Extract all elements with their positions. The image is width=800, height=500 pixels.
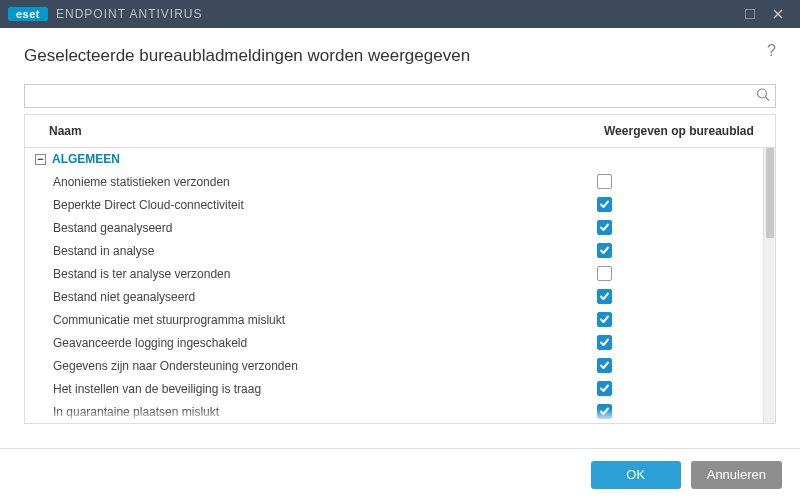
table-row[interactable]: Bestand in analyse <box>25 239 775 262</box>
table-row[interactable]: Bestand geanalyseerd <box>25 216 775 239</box>
group-label: ALGEMEEN <box>52 152 120 166</box>
scrollbar-thumb[interactable] <box>766 148 774 238</box>
show-on-desktop-checkbox[interactable] <box>597 312 612 327</box>
show-on-desktop-checkbox[interactable] <box>597 358 612 373</box>
show-on-desktop-checkbox[interactable] <box>597 381 612 396</box>
table-row[interactable]: Anonieme statistieken verzonden <box>25 170 775 193</box>
dialog-footer: OK Annuleren <box>0 448 800 500</box>
show-on-desktop-checkbox[interactable] <box>597 335 612 350</box>
product-name: ENDPOINT ANTIVIRUS <box>56 7 202 21</box>
svg-point-1 <box>758 89 767 98</box>
search-icon <box>756 88 770 105</box>
close-button[interactable] <box>764 0 792 28</box>
table-body: −ALGEMEENAnonieme statistieken verzonden… <box>25 148 775 423</box>
collapse-icon[interactable]: − <box>35 154 46 165</box>
table-row[interactable]: Gegevens zijn naar Ondersteuning verzond… <box>25 354 775 377</box>
table-row[interactable]: Bestand niet geanalyseerd <box>25 285 775 308</box>
close-icon <box>773 9 783 19</box>
row-name: Beperkte Direct Cloud-connectiviteit <box>53 198 597 212</box>
table-row[interactable]: Geavanceerde logging ingeschakeld <box>25 331 775 354</box>
row-name: Communicatie met stuurprogramma mislukt <box>53 313 597 327</box>
column-header-show[interactable]: Weergeven op bureaublad <box>590 115 775 147</box>
row-name: Bestand is ter analyse verzonden <box>53 267 597 281</box>
row-name: Bestand niet geanalyseerd <box>53 290 597 304</box>
svg-rect-0 <box>745 9 755 19</box>
help-button[interactable]: ? <box>767 42 776 60</box>
show-on-desktop-checkbox[interactable] <box>597 404 612 419</box>
show-on-desktop-checkbox[interactable] <box>597 243 612 258</box>
minimize-button[interactable] <box>736 0 764 28</box>
table-row[interactable]: Beperkte Direct Cloud-connectiviteit <box>25 193 775 216</box>
notifications-table: Naam Weergeven op bureaublad −ALGEMEENAn… <box>24 114 776 424</box>
minimize-icon <box>745 9 755 19</box>
page-title: Geselecteerde bureaubladmeldingen worden… <box>24 46 776 66</box>
show-on-desktop-checkbox[interactable] <box>597 174 612 189</box>
row-name: Gegevens zijn naar Ondersteuning verzond… <box>53 359 597 373</box>
show-on-desktop-checkbox[interactable] <box>597 197 612 212</box>
column-header-name[interactable]: Naam <box>35 115 590 147</box>
row-name: Geavanceerde logging ingeschakeld <box>53 336 597 350</box>
row-name: In quarantaine plaatsen mislukt <box>53 405 597 419</box>
search-input[interactable] <box>24 84 776 108</box>
row-name: Bestand geanalyseerd <box>53 221 597 235</box>
show-on-desktop-checkbox[interactable] <box>597 266 612 281</box>
group-row[interactable]: −ALGEMEEN <box>25 148 775 170</box>
table-row[interactable]: Communicatie met stuurprogramma mislukt <box>25 308 775 331</box>
scrollbar[interactable] <box>763 148 775 423</box>
table-row[interactable]: Het instellen van de beveiliging is traa… <box>25 377 775 400</box>
show-on-desktop-checkbox[interactable] <box>597 289 612 304</box>
titlebar: eset ENDPOINT ANTIVIRUS <box>0 0 800 28</box>
brand-logo: eset <box>8 7 48 21</box>
table-row[interactable]: Bestand is ter analyse verzonden <box>25 262 775 285</box>
ok-button[interactable]: OK <box>591 461 681 489</box>
row-name: Het instellen van de beveiliging is traa… <box>53 382 597 396</box>
cancel-button[interactable]: Annuleren <box>691 461 782 489</box>
table-header: Naam Weergeven op bureaublad <box>25 115 775 148</box>
row-name: Bestand in analyse <box>53 244 597 258</box>
row-name: Anonieme statistieken verzonden <box>53 175 597 189</box>
table-row[interactable]: In quarantaine plaatsen mislukt <box>25 400 775 423</box>
show-on-desktop-checkbox[interactable] <box>597 220 612 235</box>
